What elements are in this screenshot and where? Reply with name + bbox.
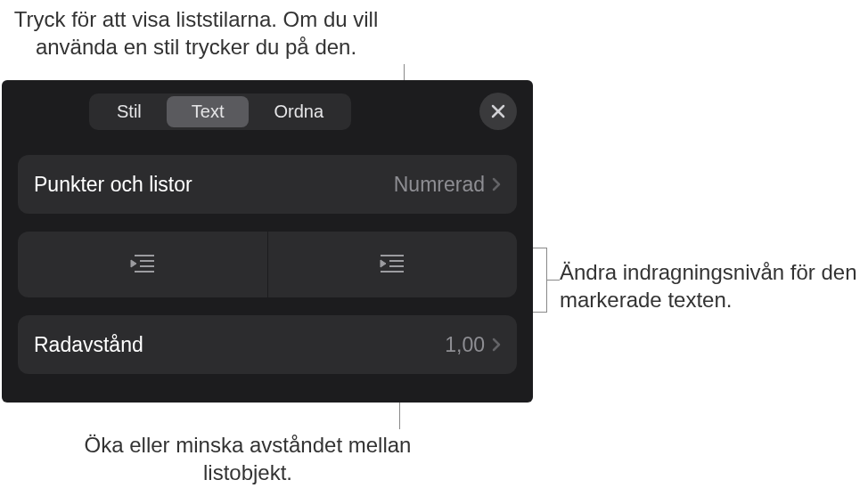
- svg-marker-6: [131, 260, 136, 267]
- tab-text[interactable]: Text: [167, 96, 250, 127]
- tab-style[interactable]: Stil: [92, 96, 167, 127]
- callout-line: [533, 312, 546, 313]
- close-button[interactable]: [479, 93, 517, 130]
- format-panel: Stil Text Ordna Punkter och listor Numre…: [2, 80, 533, 403]
- callout-line: [546, 280, 560, 281]
- line-spacing-value: 1,00: [445, 333, 501, 357]
- callout-line: [546, 248, 547, 313]
- close-icon: [490, 103, 506, 119]
- segmented-control: Stil Text Ordna: [89, 94, 351, 130]
- chevron-right-icon: [492, 177, 501, 191]
- chevron-right-icon: [492, 338, 501, 352]
- outdent-icon: [127, 253, 158, 276]
- line-spacing-label: Radavstånd: [34, 333, 143, 357]
- callout-line: [533, 248, 546, 248]
- panel-header: Stil Text Ordna: [18, 93, 517, 130]
- bullets-label: Punkter och listor: [34, 173, 192, 197]
- bullets-value-text: Numrerad: [394, 173, 485, 197]
- outdent-button[interactable]: [18, 232, 268, 297]
- line-spacing-value-text: 1,00: [445, 333, 485, 357]
- indent-control-row: [18, 232, 517, 297]
- indent-button[interactable]: [268, 232, 518, 297]
- callout-indent-text: Ändra indragningsnivån för den markerade…: [560, 258, 868, 313]
- callout-list-styles: Tryck för att visa liststilarna. Om du v…: [0, 5, 392, 61]
- tab-arrange[interactable]: Ordna: [249, 96, 348, 127]
- bullets-value: Numrerad: [394, 173, 501, 197]
- callout-indent: Ändra indragningsnivån för den markerade…: [560, 258, 868, 313]
- svg-marker-11: [381, 260, 386, 267]
- bullets-and-lists-row[interactable]: Punkter och listor Numrerad: [18, 155, 517, 214]
- callout-line-spacing: Öka eller minska avståndet mellan listob…: [78, 431, 417, 486]
- line-spacing-row[interactable]: Radavstånd 1,00: [18, 315, 517, 374]
- indent-icon: [377, 253, 407, 276]
